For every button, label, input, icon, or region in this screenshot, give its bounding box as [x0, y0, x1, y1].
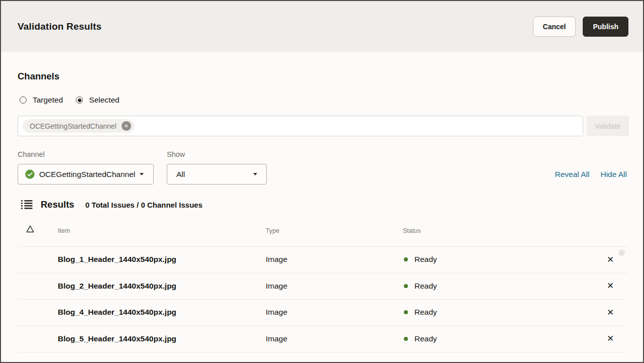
- channel-token-input[interactable]: OCEGettingStartedChannel ✕: [18, 116, 583, 136]
- status-label: Ready: [414, 255, 437, 264]
- radio-targeted[interactable]: Targeted: [20, 96, 63, 105]
- dialog-header: Validation Results Cancel Publish: [1, 1, 643, 52]
- publish-button[interactable]: Publish: [583, 17, 628, 37]
- table-row: Blog_5_Header_1440x540px.jpg Image Ready…: [1, 326, 643, 352]
- item-status: Ready: [404, 246, 437, 273]
- page-title: Validation Results: [18, 21, 101, 32]
- item-name[interactable]: Blog_6_Header_1440x540px.jpg: [58, 352, 176, 363]
- show-select-value: All: [176, 170, 185, 179]
- channel-select-value: OCEGettingStartedChannel: [39, 170, 135, 179]
- column-header-item: Item: [58, 227, 70, 234]
- radio-selected[interactable]: Selected: [76, 96, 119, 105]
- item-name[interactable]: Blog_4_Header_1440x540px.jpg: [58, 299, 176, 326]
- table-row: Blog_6_Header_1440x540px.jpg Image Ready…: [1, 352, 643, 363]
- results-table-header: Item Type Status: [1, 222, 643, 246]
- radio-selected-label: Selected: [89, 96, 119, 105]
- item-status: Ready: [404, 352, 437, 363]
- results-table-body: Blog_1_Header_1440x540px.jpg Image Ready…: [1, 246, 643, 363]
- chevron-down-icon: [140, 173, 144, 175]
- status-ready-dot: [404, 257, 408, 261]
- show-select-label: Show: [167, 150, 185, 158]
- remove-row-icon[interactable]: ✕: [605, 299, 616, 326]
- header-actions: Cancel Publish: [533, 17, 628, 37]
- item-name[interactable]: Blog_1_Header_1440x540px.jpg: [58, 246, 176, 273]
- list-icon: [21, 200, 33, 210]
- remove-chip-icon[interactable]: ✕: [122, 121, 131, 131]
- scrollbar-thumb[interactable]: [618, 249, 625, 256]
- remove-row-icon[interactable]: ✕: [605, 273, 616, 300]
- chevron-down-icon: [253, 173, 257, 175]
- bulk-links: Reveal All Hide All: [555, 170, 627, 179]
- remove-row-icon[interactable]: ✕: [605, 326, 616, 352]
- item-name[interactable]: Blog_5_Header_1440x540px.jpg: [58, 326, 176, 352]
- status-ready-dot: [404, 310, 408, 314]
- item-type: Image: [266, 246, 287, 273]
- status-ready-dot: [404, 337, 408, 341]
- remove-row-icon[interactable]: ✕: [605, 352, 616, 363]
- warning-triangle-icon: [26, 225, 34, 233]
- item-status: Ready: [404, 273, 437, 300]
- status-label: Ready: [414, 360, 437, 363]
- issues-summary: 0 Total Issues / 0 Channel Issues: [85, 201, 202, 209]
- item-type: Image: [266, 352, 287, 363]
- item-type: Image: [266, 326, 287, 352]
- item-status: Ready: [404, 299, 437, 326]
- results-header: Results 0 Total Issues / 0 Channel Issue…: [21, 199, 202, 210]
- channel-chip-label: OCEGettingStartedChannel: [30, 122, 117, 130]
- radio-unchecked-icon: [20, 97, 27, 104]
- table-row: Blog_1_Header_1440x540px.jpg Image Ready…: [1, 246, 643, 273]
- validation-results-dialog: Validation Results Cancel Publish Channe…: [0, 0, 644, 363]
- item-name[interactable]: Blog_2_Header_1440x540px.jpg: [58, 273, 176, 300]
- status-label: Ready: [414, 282, 437, 291]
- channel-select-label: Channel: [18, 150, 45, 158]
- cancel-button[interactable]: Cancel: [533, 17, 576, 37]
- show-select[interactable]: All: [167, 164, 267, 185]
- channels-heading: Channels: [18, 71, 59, 82]
- radio-targeted-label: Targeted: [33, 96, 63, 105]
- item-status: Ready: [404, 326, 437, 352]
- column-header-type: Type: [266, 227, 279, 234]
- remove-row-icon[interactable]: ✕: [605, 246, 616, 273]
- table-row: Blog_2_Header_1440x540px.jpg Image Ready…: [1, 273, 643, 300]
- reveal-all-link[interactable]: Reveal All: [555, 170, 590, 179]
- validate-button[interactable]: Validate: [587, 116, 629, 136]
- item-type: Image: [266, 299, 287, 326]
- channel-select[interactable]: OCEGettingStartedChannel: [18, 164, 154, 185]
- channel-chip: OCEGettingStartedChannel ✕: [23, 119, 134, 133]
- hide-all-link[interactable]: Hide All: [600, 170, 627, 179]
- channel-scope-radio-group: Targeted Selected: [20, 96, 120, 105]
- status-label: Ready: [414, 334, 437, 343]
- channel-valid-check-icon: [25, 169, 35, 179]
- column-header-status: Status: [403, 227, 420, 234]
- status-ready-dot: [404, 284, 408, 288]
- item-type: Image: [266, 273, 287, 300]
- table-row: Blog_4_Header_1440x540px.jpg Image Ready…: [1, 299, 643, 326]
- status-label: Ready: [414, 308, 437, 317]
- radio-checked-icon: [76, 97, 83, 104]
- results-heading: Results: [41, 199, 74, 210]
